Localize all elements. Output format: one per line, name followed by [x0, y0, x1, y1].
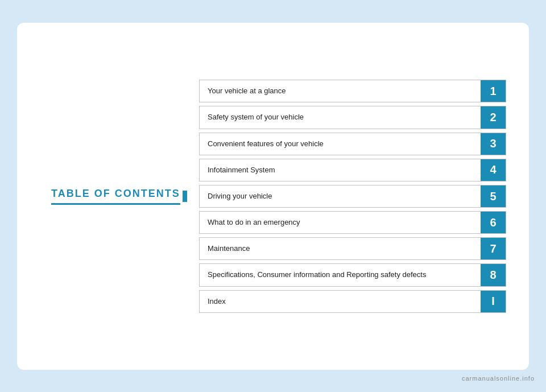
- toc-number: 4: [481, 159, 506, 181]
- toc-number: 1: [481, 80, 506, 102]
- toc-number: 3: [481, 133, 506, 155]
- toc-label: Infotainment System: [200, 159, 481, 181]
- toc-label: Index: [200, 291, 481, 312]
- toc-title: TABLE OF CONTENTS: [51, 188, 180, 205]
- toc-label: Driving your vehicle: [200, 185, 481, 207]
- left-section: TABLE OF CONTENTS: [40, 176, 199, 216]
- toc-label: What to do in an emergency: [200, 212, 481, 233]
- toc-row[interactable]: Driving your vehicle5: [199, 185, 506, 208]
- watermark: carmanualsonline.info: [462, 375, 535, 382]
- title-accent: [183, 191, 187, 202]
- toc-row[interactable]: Your vehicle at a glance1: [199, 80, 506, 102]
- toc-label: Safety system of your vehicle: [200, 106, 481, 128]
- toc-label: Convenient features of your vehicle: [200, 133, 481, 155]
- toc-row[interactable]: Convenient features of your vehicle3: [199, 133, 506, 155]
- toc-label: Specifications, Consumer information and…: [200, 264, 481, 286]
- toc-row[interactable]: Safety system of your vehicle2: [199, 106, 506, 129]
- toc-number: 8: [481, 264, 506, 286]
- toc-number: I: [481, 291, 506, 312]
- toc-row[interactable]: Maintenance7: [199, 237, 506, 260]
- toc-row[interactable]: Infotainment System4: [199, 159, 506, 181]
- toc-row[interactable]: What to do in an emergency6: [199, 211, 506, 234]
- toc-label: Your vehicle at a glance: [200, 80, 481, 102]
- toc-row[interactable]: IndexI: [199, 290, 506, 313]
- toc-label: Maintenance: [200, 238, 481, 259]
- toc-number: 2: [481, 106, 506, 128]
- toc-number: 5: [481, 185, 506, 207]
- toc-number: 7: [481, 238, 506, 259]
- toc-row[interactable]: Specifications, Consumer information and…: [199, 263, 506, 286]
- toc-number: 6: [481, 212, 506, 233]
- page-container: TABLE OF CONTENTS Your vehicle at a glan…: [17, 23, 529, 370]
- toc-list: Your vehicle at a glance1Safety system o…: [199, 80, 506, 313]
